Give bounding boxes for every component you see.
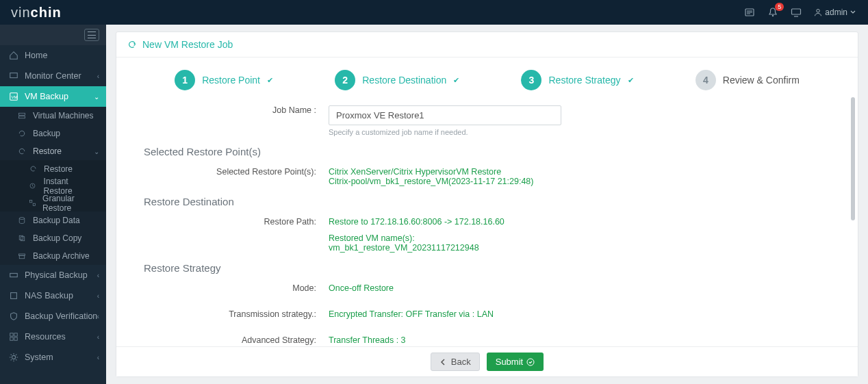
sidebar-item-label: Resources [25, 332, 66, 342]
chevron-left-icon: ‹ [97, 313, 99, 320]
svg-rect-24 [14, 333, 17, 336]
advanced-value: Transfer Threads : 3 [329, 331, 830, 345]
sidebar-item-nas[interactable]: NAS Backup ‹ [0, 285, 106, 306]
arrow-left-icon [439, 358, 448, 366]
svg-rect-8 [10, 73, 18, 78]
log-icon[interactable] [744, 7, 755, 18]
sidebar-item-label: Backup Copy [33, 233, 81, 243]
sidebar-sub2-instant[interactable]: Instant Restore [0, 177, 106, 194]
user-menu[interactable]: admin [814, 8, 856, 17]
panel: New VM Restore Job 1 Restore Point ✔ 2 R… [116, 31, 858, 377]
panel-footer: Back Submit [116, 346, 858, 376]
sidebar-item-monitor[interactable]: Monitor Center ‹ [0, 66, 106, 86]
jobname-input[interactable] [329, 105, 561, 125]
submit-label: Submit [496, 357, 523, 367]
svg-rect-12 [19, 116, 25, 118]
srp-value-1: Citrix XenServer/Citrix HypervisorVM Res… [329, 167, 830, 177]
sidebar-item-vmbackup[interactable]: VM VM Backup ⌄ [0, 86, 106, 107]
brand-logo: vinchin [11, 5, 62, 21]
sidebar-sub2-granular[interactable]: Granular Restore [0, 194, 106, 212]
svg-point-28 [527, 359, 534, 366]
sidebar-item-label: Granular Restore [42, 194, 98, 213]
sidebar-sub-backupdata[interactable]: Backup Data [0, 212, 106, 229]
user-label: admin [825, 8, 847, 17]
copy-icon [16, 234, 27, 242]
chevron-left-icon: ‹ [97, 354, 99, 361]
data-icon [16, 216, 27, 225]
physical-icon [8, 270, 19, 280]
svg-rect-25 [10, 337, 13, 340]
sidebar-toggle[interactable] [0, 25, 106, 45]
back-label: Back [451, 357, 471, 367]
check-icon: ✔ [453, 76, 459, 85]
sidebar-item-system[interactable]: System ‹ [0, 347, 106, 368]
back-button[interactable]: Back [431, 353, 480, 371]
sidebar-item-label: Home [25, 51, 47, 60]
chevron-left-icon: ‹ [97, 73, 99, 80]
hamburger-icon [84, 29, 99, 41]
instant-icon [27, 182, 38, 190]
granular-icon [27, 199, 37, 207]
step-2[interactable]: 2 Restore Destination ✔ [335, 70, 459, 90]
chevron-down-icon [850, 10, 856, 15]
sidebar-item-label: Physical Backup [25, 270, 88, 280]
sidebar-item-label: Backup Data [33, 216, 80, 225]
monitor-center-icon [8, 71, 19, 81]
chevron-down-icon: ⌄ [94, 93, 99, 101]
step-4[interactable]: 4 Review & Confirm [695, 70, 800, 90]
svg-rect-23 [10, 333, 13, 336]
chevron-left-icon: ‹ [97, 333, 99, 341]
top-bar: vinchin 5 admin [0, 0, 868, 25]
main-content: New VM Restore Job 1 Restore Point ✔ 2 R… [106, 25, 868, 384]
chevron-left-icon: ‹ [97, 272, 99, 279]
sidebar-sub-backup[interactable]: Backup [0, 125, 106, 142]
svg-rect-15 [33, 203, 35, 205]
section-restore-strategy: Restore Strategy [144, 262, 830, 274]
step-label: Restore Point [202, 75, 260, 86]
sidebar-item-label: Restore [44, 164, 73, 174]
srp-value-2: Citrix-pool/vm_bk1_restore_VM(2023-11-17… [329, 177, 830, 186]
sidebar-item-home[interactable]: Home [0, 45, 106, 66]
monitor-icon[interactable] [791, 7, 802, 18]
wizard-steps: 1 Restore Point ✔ 2 Restore Destination … [116, 57, 858, 97]
bell-icon[interactable]: 5 [767, 7, 778, 18]
step-1[interactable]: 1 Restore Point ✔ [175, 70, 273, 90]
sidebar-item-resources[interactable]: Resources ‹ [0, 327, 106, 347]
step-label: Restore Strategy [548, 75, 620, 86]
refresh-icon [16, 129, 27, 138]
sidebar-item-label: Monitor Center [25, 71, 81, 81]
srp-label: Selected Restore Point(s): [144, 163, 329, 186]
submit-button[interactable]: Submit [487, 353, 544, 371]
sidebar-item-label: Restore [33, 146, 62, 156]
sidebar-sub-backuparchive[interactable]: Backup Archive [0, 247, 106, 265]
sidebar-sub2-restore[interactable]: Restore [0, 160, 106, 177]
svg-rect-21 [10, 273, 18, 277]
home-icon [8, 51, 19, 60]
mode-label: Mode: [144, 279, 329, 293]
gear-icon [8, 353, 19, 362]
restore-icon [16, 147, 27, 155]
sidebar-sub-restore[interactable]: Restore ⌄ [0, 142, 106, 160]
panel-title: New VM Restore Job [116, 32, 858, 57]
sidebar-item-label: Backup [33, 129, 60, 138]
sidebar-item-label: System [25, 353, 53, 362]
sidebar-item-verify[interactable]: Backup Verification ‹ [0, 306, 106, 327]
step-3[interactable]: 3 Restore Strategy ✔ [521, 70, 633, 90]
dest-names-value: vm_bk1_restore_VM_20231117212948 [329, 243, 830, 253]
transmission-label: Transmission strategy.: [144, 305, 329, 319]
svg-rect-14 [29, 200, 31, 202]
svg-rect-22 [11, 293, 17, 299]
check-icon: ✔ [628, 76, 634, 85]
advanced-label: Advanced Strategy: [144, 331, 329, 345]
step-label: Review & Confirm [723, 75, 800, 86]
sidebar-sub-vm[interactable]: Virtual Machines [0, 107, 106, 125]
dest-names-label: Restored VM name(s): [329, 233, 830, 243]
sidebar-sub-backupcopy[interactable]: Backup Copy [0, 229, 106, 247]
archive-icon [16, 252, 27, 260]
jobname-label: Job Name : [144, 101, 329, 136]
sidebar-item-physical[interactable]: Physical Backup ‹ [0, 265, 106, 285]
mode-value: Once-off Restore [329, 279, 830, 293]
scrollbar[interactable] [851, 97, 855, 220]
brand-prefix: vin [11, 5, 31, 20]
chevron-left-icon: ‹ [97, 292, 99, 300]
